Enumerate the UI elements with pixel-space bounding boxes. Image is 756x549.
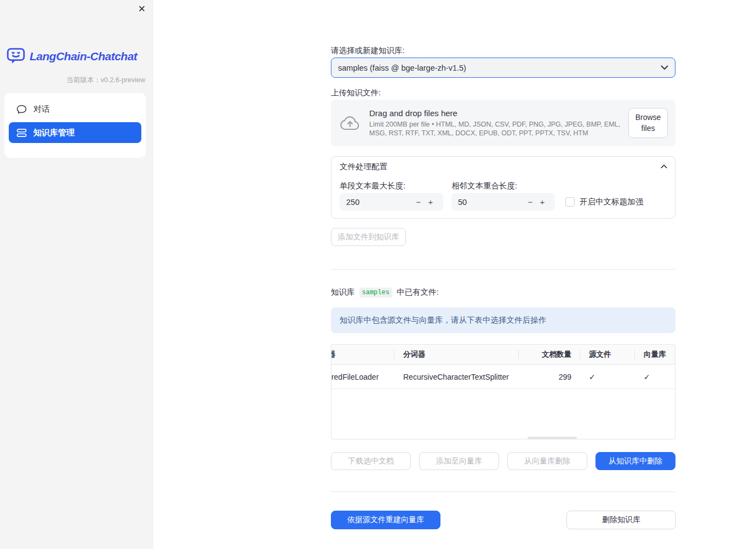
cell-splitter: RecursiveCharacterTextSplitter	[394, 365, 519, 388]
dropzone-title: Drag and drop files here	[369, 108, 628, 118]
add-to-vector-store-button[interactable]: 添加至向量库	[419, 452, 499, 470]
upload-label: 上传知识文件:	[331, 88, 381, 98]
delete-kb-button[interactable]: 删除知识库	[566, 511, 676, 529]
sidebar-item-label: 对话	[33, 104, 50, 115]
file-config-expander: 文件处理配置 单段文本最大长度: 相邻文本重合长度: 250 − + 50 − …	[331, 156, 675, 219]
close-icon[interactable]: ✕	[138, 3, 146, 15]
cell-loader: UnstructuredFileLoader	[331, 365, 394, 388]
chunk-overlap-value: 50	[458, 198, 524, 207]
logo-chat-smiley-icon	[7, 48, 25, 65]
plus-icon[interactable]: +	[425, 197, 437, 207]
chunk-overlap-label: 相邻文本重合长度:	[451, 181, 517, 191]
download-selected-docs-button[interactable]: 下载选中文档	[331, 452, 411, 470]
kb-files-prefix: 知识库	[331, 287, 355, 298]
browse-files-button[interactable]: Browse files	[628, 108, 668, 138]
kb-files-heading: 知识库 samples 中已有文件:	[331, 287, 438, 298]
kb-name-code: samples	[359, 288, 392, 298]
check-icon: ✓	[644, 373, 650, 381]
kb-files-suffix: 中已有文件:	[397, 287, 439, 298]
dropzone-limit-text: Limit 200MB per file • HTML, MD, JSON, C…	[369, 120, 628, 138]
app-root: ✕ LangChain-Chatchat 当前版本：v0.2.6-preview	[0, 0, 756, 549]
column-header-doc-count[interactable]: 文档数量	[519, 345, 580, 364]
rebuild-vector-store-button[interactable]: 依据源文件重建向量库	[331, 511, 440, 529]
logo-text: LangChain-Chatchat	[30, 50, 137, 63]
file-config-title: 文件处理配置	[340, 162, 661, 172]
version-text: 当前版本：v0.2.6-preview	[66, 76, 145, 85]
cell-doc-count: 299	[519, 365, 580, 388]
sidebar-item-dialogue[interactable]: 对话	[9, 99, 141, 119]
delete-from-vector-store-button[interactable]: 从向量库删除	[507, 452, 587, 470]
chunk-size-label: 单段文本最大长度:	[340, 181, 405, 191]
chunk-size-input[interactable]: 250 − +	[340, 193, 443, 211]
column-header-vector-store[interactable]: 向量库	[635, 345, 675, 364]
column-header-splitter[interactable]: 分词器	[394, 345, 519, 364]
delete-from-kb-button[interactable]: 从知识库中删除	[595, 452, 675, 470]
minus-icon[interactable]: −	[524, 197, 536, 207]
sidebar-item-label: 知识库管理	[33, 128, 75, 138]
divider	[331, 269, 675, 270]
app-logo: LangChain-Chatchat	[7, 48, 137, 65]
checkbox-label: 开启中文标题加强	[580, 197, 643, 207]
knowledge-base-stack-icon	[16, 128, 27, 138]
kb-select-label: 请选择或新建知识库:	[331, 45, 405, 56]
table-row[interactable]: UnstructuredFileLoader RecursiveCharacte…	[331, 365, 675, 389]
kb-files-table: 文档加载器 分词器 文档数量 源文件 向量库 UnstructuredFileL…	[331, 344, 675, 439]
add-files-to-kb-button[interactable]: 添加文件到知识库	[331, 228, 406, 246]
chat-bubble-icon	[16, 105, 27, 114]
kb-select[interactable]: samples (faiss @ bge-large-zh-v1.5)	[331, 58, 675, 78]
table-header-row: 文档加载器 分词器 文档数量 源文件 向量库	[331, 345, 675, 365]
chunk-overlap-input[interactable]: 50 − +	[451, 193, 555, 211]
cell-source-check: ✓	[580, 365, 635, 388]
sidebar: ✕ LangChain-Chatchat 当前版本：v0.2.6-preview	[0, 0, 153, 549]
divider	[331, 491, 675, 492]
column-header-loader[interactable]: 文档加载器	[331, 345, 394, 364]
file-config-expander-header[interactable]: 文件处理配置	[331, 157, 675, 176]
column-header-source-file[interactable]: 源文件	[580, 345, 635, 364]
dropzone-text: Drag and drop files here Limit 200MB per…	[369, 108, 628, 138]
info-alert: 知识库中包含源文件与向量库，请从下表中选择文件后操作	[331, 307, 675, 333]
minus-icon[interactable]: −	[413, 197, 425, 207]
cell-vector-check: ✓	[635, 365, 675, 388]
table-horizontal-scrollbar[interactable]	[528, 437, 577, 439]
plus-icon[interactable]: +	[536, 197, 548, 207]
info-alert-text: 知识库中包含源文件与向量库，请从下表中选择文件后操作	[340, 315, 546, 325]
chunk-size-value: 250	[346, 198, 413, 207]
chevron-down-icon	[661, 65, 668, 70]
kb-select-value: samples (faiss @ bge-large-zh-v1.5)	[338, 64, 661, 72]
zh-title-enhance-checkbox[interactable]: 开启中文标题加强	[565, 197, 643, 207]
file-dropzone[interactable]: Drag and drop files here Limit 200MB per…	[331, 100, 675, 146]
sidebar-item-kb-management[interactable]: 知识库管理	[9, 122, 141, 143]
check-icon: ✓	[589, 373, 595, 381]
main-content: 请选择或新建知识库: samples (faiss @ bge-large-zh…	[153, 0, 756, 549]
checkbox-box[interactable]	[565, 197, 575, 207]
cloud-upload-icon	[340, 116, 360, 131]
chevron-up-icon	[661, 164, 667, 169]
sidebar-nav: 对话 知识库管理	[4, 93, 146, 158]
